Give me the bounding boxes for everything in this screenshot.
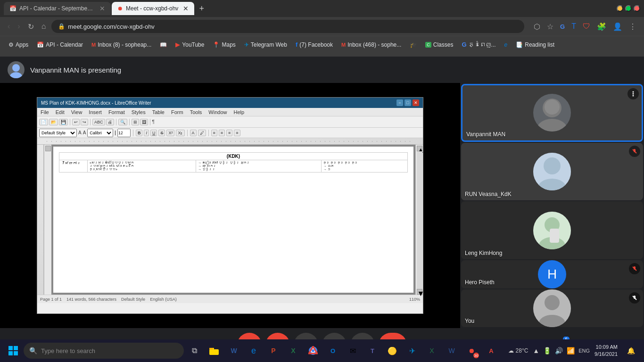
lo-undo-btn[interactable]: ↩: [72, 119, 80, 125]
taskbar-mail[interactable]: ✉: [343, 341, 362, 360]
lo-image-btn[interactable]: 🖼: [140, 119, 148, 125]
lo-scroll-up[interactable]: [45, 146, 51, 151]
profile-icon[interactable]: 👤: [611, 21, 624, 32]
lo-menu-window[interactable]: Window: [207, 109, 228, 115]
lo-scrollbar-right[interactable]: ▲ ▼: [415, 145, 423, 295]
lo-menu-edit[interactable]: Edit: [54, 109, 66, 115]
bookmark-reading-list[interactable]: 📑 Reading list: [513, 41, 557, 49]
lo-highlight-btn[interactable]: 🖊: [198, 130, 206, 136]
close-button[interactable]: [634, 5, 640, 12]
bookmark-api-calendar[interactable]: 📅 API - Calendar: [34, 41, 86, 49]
address-bar[interactable]: 🔒 meet.google.com/ccw-xgbd-ohv: [51, 20, 524, 33]
task-view-button[interactable]: ⧉: [185, 341, 204, 360]
lo-scroll-down-btn[interactable]: ▼: [417, 289, 422, 295]
taskbar-excel2[interactable]: X: [422, 341, 441, 360]
lo-find-btn[interactable]: 🔍: [118, 119, 127, 125]
vanpannit-more-icon[interactable]: [627, 88, 639, 99]
extensions-icon[interactable]: 🧩: [595, 21, 608, 32]
lo-font-size-input[interactable]: [117, 129, 131, 137]
lo-open-btn[interactable]: 📂: [49, 119, 58, 125]
lo-maximize[interactable]: □: [405, 99, 411, 106]
taskbar-excel[interactable]: X: [284, 341, 303, 360]
forward-button[interactable]: ›: [16, 20, 22, 33]
tab-meet[interactable]: ⏺ Meet - ccw-xgbd-ohv ✕: [112, 2, 194, 15]
bookmark-book[interactable]: 📖: [157, 41, 170, 49]
bookmark-edge[interactable]: e: [502, 41, 511, 49]
lo-menu-table[interactable]: Table: [151, 109, 166, 115]
bookmark-edu[interactable]: 🎓: [407, 41, 420, 49]
maximize-button[interactable]: [625, 5, 632, 12]
taskbar-teams[interactable]: T: [363, 341, 382, 360]
weather-widget[interactable]: ☁ 28°C: [508, 347, 528, 354]
taskbar-powerpoint[interactable]: P: [264, 341, 283, 360]
lo-strike-btn[interactable]: S: [158, 130, 165, 136]
taskbar-acrobat[interactable]: A: [482, 341, 501, 360]
lo-spell-btn[interactable]: ABC: [92, 119, 105, 125]
tab-calendar[interactable]: 📅 API - Calendar - September 2021 ✕: [4, 2, 111, 15]
lo-menu-styles[interactable]: Styles: [130, 109, 147, 115]
lo-italic-btn[interactable]: I: [144, 130, 149, 136]
lo-menu-tools[interactable]: Tools: [189, 109, 204, 115]
back-button[interactable]: ‹: [6, 20, 12, 33]
cast-icon[interactable]: ⬡: [532, 21, 542, 32]
bookmark-classes[interactable]: C Classes: [422, 41, 456, 49]
lo-save-btn[interactable]: 💾: [59, 119, 68, 125]
reload-button[interactable]: ↻: [26, 20, 36, 33]
system-clock[interactable]: 10:09 AM 9/16/2021: [594, 344, 618, 358]
lo-bold-btn[interactable]: B: [136, 130, 143, 136]
bookmark-maps[interactable]: 📍 Maps: [210, 41, 238, 49]
taskbar-word2[interactable]: W: [442, 341, 461, 360]
taskbar-app1[interactable]: 🟡: [383, 341, 402, 360]
lo-close[interactable]: ✕: [413, 99, 419, 106]
lo-font-select[interactable]: Calibri: [87, 129, 113, 137]
lo-sub-btn[interactable]: X₂: [176, 130, 184, 136]
lo-minimize[interactable]: −: [396, 99, 403, 106]
tray-upload-icon[interactable]: ▲: [532, 346, 540, 355]
lo-scroll-up-btn[interactable]: ▲: [417, 146, 422, 151]
lo-menu-format[interactable]: Format: [107, 109, 126, 115]
tab-meet-close[interactable]: ✕: [183, 5, 189, 12]
lo-align-right-btn[interactable]: ≡: [226, 130, 232, 136]
taskbar-meet-tb[interactable]: ⏺ 30: [462, 341, 481, 360]
bookmark-apps[interactable]: ⚙ Apps: [6, 41, 31, 49]
lo-menu-view[interactable]: View: [70, 109, 84, 115]
lo-align-center-btn[interactable]: ≡: [219, 130, 225, 136]
taskbar-edge[interactable]: e: [244, 341, 263, 360]
tab-calendar-close[interactable]: ✕: [99, 5, 105, 12]
lo-align-left-btn[interactable]: ≡: [211, 130, 217, 136]
lo-super-btn[interactable]: X²: [166, 130, 174, 136]
minimize-button[interactable]: [617, 5, 623, 12]
lo-style-select[interactable]: Default Style: [39, 129, 77, 137]
lo-menu-insert[interactable]: Insert: [87, 109, 103, 115]
taskbar-telegram-tb[interactable]: ✈: [403, 341, 421, 360]
start-button[interactable]: [4, 341, 23, 360]
lo-new-btn[interactable]: 📄: [39, 119, 48, 125]
new-tab-button[interactable]: +: [195, 4, 208, 14]
lo-font-color-btn[interactable]: A: [190, 130, 197, 136]
search-box[interactable]: 🔍 Type here to search: [24, 343, 184, 359]
bookmark-youtube[interactable]: ▶ YouTube: [173, 40, 207, 49]
tray-battery-icon[interactable]: 🔋: [542, 346, 552, 355]
lo-underline-btn[interactable]: U: [150, 130, 157, 136]
bookmark-inbox[interactable]: M Inbox (8) - sopheap...: [89, 41, 154, 49]
tray-language[interactable]: ENG: [578, 347, 591, 354]
lo-print-btn[interactable]: 🖨: [106, 119, 114, 125]
notification-button[interactable]: 🔔: [621, 341, 640, 360]
lo-menu-help[interactable]: Help: [232, 109, 246, 115]
taskbar-outlook[interactable]: O: [323, 341, 342, 360]
lo-justify-btn[interactable]: ≡: [234, 130, 240, 136]
lo-redo-btn[interactable]: ↪: [81, 119, 88, 125]
lo-menu-form[interactable]: Form: [170, 109, 185, 115]
lo-menu-file[interactable]: File: [39, 109, 50, 115]
translate-icon[interactable]: T: [570, 21, 578, 32]
lo-table-insert-btn[interactable]: ⊞: [132, 119, 139, 125]
lo-page-content[interactable]: (KDK) វិស័យការ «សរសរសំដៅប្បបប្រសករបស់អ្ក…: [53, 147, 413, 293]
more-menu-icon[interactable]: ⋮: [627, 21, 638, 32]
home-button[interactable]: ⌂: [40, 20, 48, 33]
tray-volume-icon[interactable]: 🔊: [554, 346, 564, 355]
taskbar-word[interactable]: W: [224, 341, 243, 360]
tray-wifi-icon[interactable]: 📶: [566, 346, 576, 355]
taskbar-chrome[interactable]: [304, 341, 322, 360]
bookmark-khmer[interactable]: G ភ្នំពេញ...: [459, 40, 498, 49]
bookmark-star-icon[interactable]: ☆: [545, 21, 555, 32]
